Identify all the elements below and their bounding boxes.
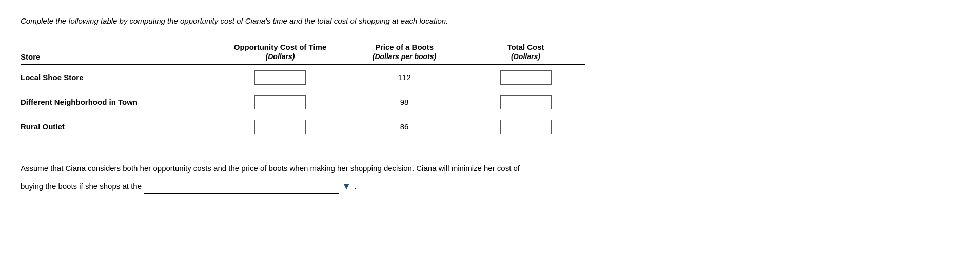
col-opportunity-header-top: Opportunity Cost of Time bbox=[218, 43, 342, 52]
col-price-header-top: Price of a Boots bbox=[342, 43, 466, 52]
table-row: Rural Outlet86 bbox=[21, 115, 585, 139]
table-row: Local Shoe Store112 bbox=[21, 65, 585, 90]
bottom-text-line2-before: buying the boots if she shops at the bbox=[21, 182, 142, 191]
opportunity-cost-input[interactable] bbox=[254, 70, 306, 85]
col-total-header-sub: (Dollars) bbox=[466, 52, 585, 65]
store-name: Rural Outlet bbox=[21, 115, 218, 139]
table-container: Opportunity Cost of Time Price of a Boot… bbox=[21, 43, 585, 139]
opportunity-cost-input[interactable] bbox=[254, 120, 306, 134]
total-cost-input[interactable] bbox=[500, 70, 552, 85]
dropdown-arrow-icon[interactable]: ▼ bbox=[342, 177, 351, 197]
dropdown-container[interactable]: ▼ bbox=[144, 177, 351, 197]
price-cell: 112 bbox=[342, 65, 466, 90]
bottom-text-container: Assume that Ciana considers both her opp… bbox=[21, 160, 959, 197]
header-row-sub: Store (Dollars) (Dollars per boots) (Dol… bbox=[21, 52, 585, 65]
price-cell: 98 bbox=[342, 90, 466, 115]
opportunity-cost-cell[interactable] bbox=[218, 90, 342, 115]
price-cell: 86 bbox=[342, 115, 466, 139]
opportunity-cost-input[interactable] bbox=[254, 95, 306, 109]
opportunity-cost-cell[interactable] bbox=[218, 115, 342, 139]
store-name: Local Shoe Store bbox=[21, 65, 218, 90]
dropdown-input[interactable] bbox=[144, 179, 339, 194]
instructions-text: Complete the following table by computin… bbox=[21, 15, 959, 27]
total-cost-cell[interactable] bbox=[466, 90, 585, 115]
col-opportunity-header-sub: (Dollars) bbox=[218, 52, 342, 65]
total-cost-cell[interactable] bbox=[466, 115, 585, 139]
opportunity-cost-cell[interactable] bbox=[218, 65, 342, 90]
store-name: Different Neighborhood in Town bbox=[21, 90, 218, 115]
col-total-header-top: Total Cost bbox=[466, 43, 585, 52]
table-row: Different Neighborhood in Town98 bbox=[21, 90, 585, 115]
total-cost-cell[interactable] bbox=[466, 65, 585, 90]
total-cost-input[interactable] bbox=[500, 95, 552, 109]
data-table: Opportunity Cost of Time Price of a Boot… bbox=[21, 43, 585, 139]
period: . bbox=[354, 182, 356, 191]
table-body: Local Shoe Store112Different Neighborhoo… bbox=[21, 65, 585, 139]
bottom-text-line1: Assume that Ciana considers both her opp… bbox=[21, 164, 520, 173]
total-cost-input[interactable] bbox=[500, 120, 552, 134]
header-row-top: Opportunity Cost of Time Price of a Boot… bbox=[21, 43, 585, 52]
col-price-header-sub: (Dollars per boots) bbox=[342, 52, 466, 65]
col-store-header-top bbox=[21, 43, 218, 52]
col-store-header-sub: Store bbox=[21, 52, 218, 65]
